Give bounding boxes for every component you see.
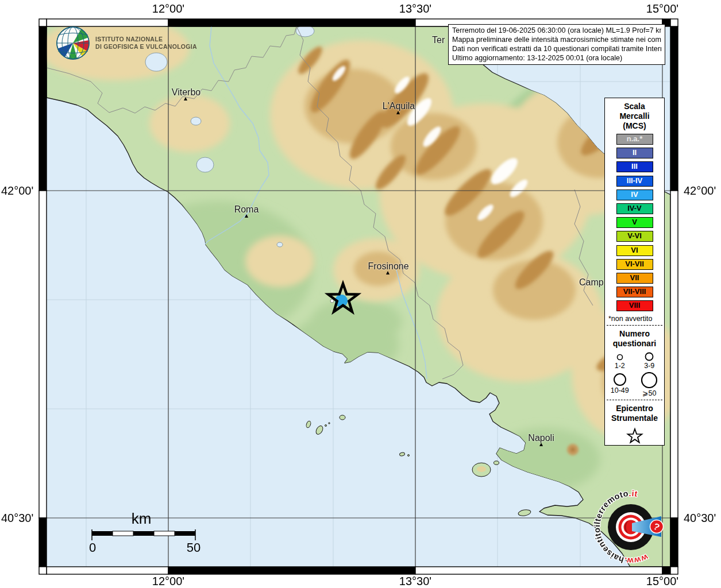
intensity-chip-v-vi: V-VI (616, 231, 653, 242)
intensity-scale: n.a.* II III III-IV IV IV-V V V-VI VI VI… (605, 134, 664, 311)
event-info-line4: Ultimo aggiornamento: 13-12-2025 00:01 (… (452, 54, 661, 63)
haisentito-logo-icon: ? www.haisentitoilterremoto.it (586, 481, 684, 578)
questionnaire-circle-icon (641, 372, 658, 388)
intensity-chip-vii: VII (616, 273, 653, 284)
axis-top-3: 15°00' (646, 2, 678, 16)
legend-divider (607, 400, 662, 400)
logo-www: www. (623, 552, 650, 566)
ingv-logo: ISTITUTO NAZIONALE DI GEOFISICA E VULCAN… (55, 25, 197, 61)
intensity-chip-iii-iv: III-IV (616, 176, 653, 187)
intensity-chip-na: n.a.* (616, 134, 653, 145)
axis-left-2: 40°30' (1, 512, 33, 525)
questionnaires-title: Numero questionari (605, 329, 664, 349)
ingv-shakemap-screenshot: Viterbo L'Aquila Roma Frosinone Napoli T… (0, 0, 721, 588)
intensity-chip-vi: VI (616, 245, 653, 256)
intensity-chip-vi-vii: VI-VII (616, 259, 653, 270)
legend-panel: Scala Mercalli (MCS) n.a.* II III III-IV… (604, 98, 665, 446)
ingv-name-line1: ISTITUTO NAZIONALE (95, 36, 197, 43)
intensity-chip-ii: II (616, 148, 653, 158)
axis-bottom-2: 13°30' (399, 575, 431, 588)
intensity-chip-v: V (616, 217, 653, 228)
axis-bottom-1: 12°00' (152, 575, 184, 588)
questionnaire-classes: 1-2 3-9 10-49 ⩾50 (605, 351, 664, 397)
legend-footnote: *non avvertito (608, 315, 664, 323)
epicenter-legend-title: Epicentro Strumentale (605, 404, 664, 423)
questionnaire-circle-icon (612, 372, 627, 386)
axis-right-1: 42°00' (684, 184, 716, 198)
questionnaire-circle-icon (643, 351, 655, 361)
intensity-chip-vii-viii: VII-VIII (616, 287, 653, 297)
event-info-line3: Dati non verificati estratti da 10 quest… (452, 45, 661, 54)
intensity-chip-iv-v: IV-V (616, 203, 653, 214)
legend-title: Scala Mercalli (MCS) (605, 102, 664, 131)
axis-top-2: 13°30' (399, 2, 431, 16)
event-info-line1: Terremoto del 19-06-2025 06:30:00 (ora l… (452, 26, 661, 36)
axis-right-2: 40°30' (684, 512, 716, 525)
intensity-chip-iv: IV (616, 189, 653, 200)
axis-top-1: 12°00' (152, 2, 184, 16)
event-info-box: Terremoto del 19-06-2025 06:30:00 (ora l… (448, 24, 665, 65)
event-info-line2: Mappa preliminare delle intensità macros… (452, 36, 661, 45)
legend-divider (607, 325, 662, 326)
axis-left-1: 42°00' (1, 184, 33, 198)
questionnaire-circle-icon (614, 351, 626, 361)
ingv-globe-icon (55, 25, 91, 61)
intensity-chip-viii: VIII (616, 300, 653, 311)
intensity-chip-iii: III (616, 161, 653, 172)
ingv-name-line2: DI GEOFISICA E VULCANOLOGIA (95, 43, 197, 51)
logo-tld: .it (629, 489, 638, 498)
epicenter-legend-star-icon (626, 427, 644, 446)
